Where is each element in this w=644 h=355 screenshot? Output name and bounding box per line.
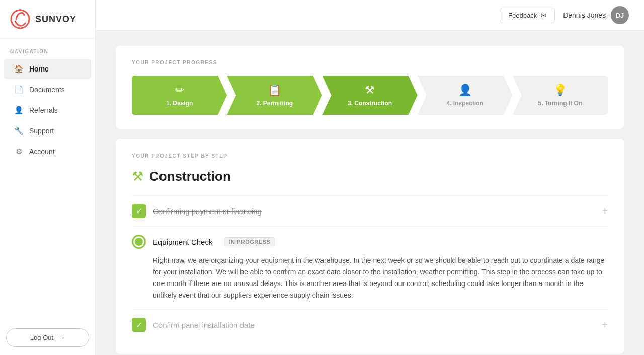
task-payment-name: Confirming payment or financing [153, 207, 262, 216]
avatar: DJ [611, 6, 629, 24]
inspection-icon: 👤 [458, 84, 472, 97]
sidebar-item-referrals-label: Referrals [29, 106, 58, 114]
documents-icon: 📄 [14, 85, 23, 94]
user-name: Dennis Jones [563, 11, 606, 19]
feedback-mail-icon: ✉ [541, 12, 546, 19]
step-design[interactable]: ✏ 1. Design [132, 76, 227, 115]
design-icon: ✏ [175, 84, 184, 97]
task-payment-expand[interactable]: + [602, 205, 608, 217]
user-info: Dennis Jones DJ [563, 6, 629, 24]
step-inspection[interactable]: 👤 4. Inspection [418, 76, 513, 115]
turning-on-icon: 💡 [553, 84, 567, 97]
step-turning-on[interactable]: 💡 5. Turning It On [513, 76, 608, 115]
construction-label: 3. Construction [348, 100, 392, 107]
sidebar-item-support[interactable]: 🔧 Support [4, 121, 91, 141]
content-area: YOUR PROJECT PROGRESS ✏ 1. Design 📋 2. P… [96, 31, 644, 355]
task-equipment-left: Equipment Check IN PROGRESS [132, 235, 275, 249]
task-panel-date-row: ✓ Confirm panel installation date + [132, 318, 608, 332]
sidebar: SUNVOY NAVIGATION 🏠 Home 📄 Documents 👤 R… [0, 0, 96, 355]
sidebar-logo: SUNVOY [0, 0, 95, 39]
sidebar-item-account-label: Account [29, 148, 55, 156]
sidebar-item-account[interactable]: ⚙ Account [4, 141, 91, 162]
nav-label: NAVIGATION [0, 39, 95, 58]
feedback-label: Feedback [508, 12, 537, 19]
sunvoy-logo-icon [10, 9, 30, 29]
construction-phase-title: Construction [149, 169, 231, 184]
task-equipment-row: Equipment Check IN PROGRESS [132, 235, 608, 249]
construction-header: ⚒ Construction [132, 169, 608, 184]
in-progress-badge: IN PROGRESS [224, 237, 275, 246]
task-payment-row: ✓ Confirming payment or financing + [132, 204, 608, 218]
permitting-icon: 📋 [268, 84, 281, 97]
task-equipment-description: Right now, we are organizing your equipm… [153, 255, 608, 301]
task-equipment: Equipment Check IN PROGRESS Right now, w… [132, 226, 608, 309]
task-payment: ✓ Confirming payment or financing + [132, 195, 608, 226]
step-by-step-section-label: YOUR PROJECT STEP BY STEP [132, 153, 608, 159]
task-panel-date-left: ✓ Confirm panel installation date [132, 318, 255, 332]
construction-phase-icon: ⚒ [132, 169, 143, 184]
logout-icon: → [58, 334, 65, 341]
sidebar-item-referrals[interactable]: 👤 Referrals [4, 100, 91, 120]
task-panel-date: ✓ Confirm panel installation date + [132, 309, 608, 340]
main-area: Feedback ✉ Dennis Jones DJ YOUR PROJECT … [96, 0, 644, 355]
feedback-button[interactable]: Feedback ✉ [500, 8, 555, 23]
progress-card: YOUR PROJECT PROGRESS ✏ 1. Design 📋 2. P… [116, 46, 624, 129]
task-equipment-checkbox[interactable] [132, 235, 146, 249]
turning-on-label: 5. Turning It On [538, 100, 583, 107]
step-by-step-card: YOUR PROJECT STEP BY STEP ⚒ Construction… [116, 139, 624, 354]
logo-text: SUNVOY [35, 14, 76, 25]
progress-section-label: YOUR PROJECT PROGRESS [132, 60, 608, 65]
step-permitting[interactable]: 📋 2. Permitting [227, 76, 322, 115]
account-icon: ⚙ [14, 147, 23, 156]
sidebar-item-home-label: Home [29, 65, 49, 73]
task-panel-date-name: Confirm panel installation date [153, 321, 255, 329]
step-construction[interactable]: ⚒ 3. Construction [322, 76, 417, 115]
permitting-label: 2. Permitting [256, 100, 293, 107]
progress-steps: ✏ 1. Design 📋 2. Permitting ⚒ 3. Constru… [132, 76, 608, 115]
logout-label: Log Out [30, 334, 53, 341]
support-icon: 🔧 [14, 126, 23, 135]
task-payment-left: ✓ Confirming payment or financing [132, 204, 262, 218]
sidebar-item-support-label: Support [29, 127, 54, 135]
referrals-icon: 👤 [14, 106, 23, 115]
sidebar-nav: 🏠 Home 📄 Documents 👤 Referrals 🔧 Support… [0, 58, 95, 162]
task-panel-date-expand[interactable]: + [602, 319, 608, 331]
design-label: 1. Design [166, 100, 193, 107]
logout-button[interactable]: Log Out → [6, 328, 89, 347]
sidebar-item-documents[interactable]: 📄 Documents [4, 80, 91, 100]
home-icon: 🏠 [14, 64, 23, 74]
topbar: Feedback ✉ Dennis Jones DJ [96, 0, 644, 31]
task-panel-date-checkbox[interactable]: ✓ [132, 318, 146, 332]
task-payment-checkbox[interactable]: ✓ [132, 204, 146, 218]
inspection-label: 4. Inspection [447, 100, 484, 107]
task-equipment-name: Equipment Check [153, 238, 212, 246]
sidebar-item-home[interactable]: 🏠 Home [4, 59, 91, 79]
construction-step-icon: ⚒ [365, 84, 375, 97]
sidebar-item-documents-label: Documents [29, 86, 65, 94]
